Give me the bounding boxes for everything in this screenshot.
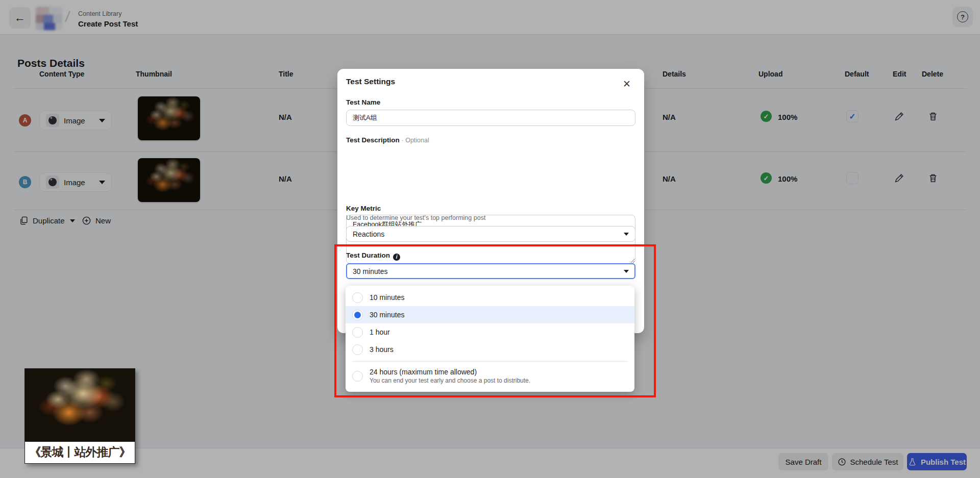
preview-image xyxy=(25,369,135,442)
test-name-label: Test Name xyxy=(346,98,380,106)
test-name-input[interactable] xyxy=(346,110,635,126)
key-metric-label: Key Metric xyxy=(346,205,381,212)
key-metric-select[interactable]: Reactions xyxy=(346,226,635,242)
optional-hint: · Optional xyxy=(402,137,429,144)
key-metric-value: Reactions xyxy=(353,230,384,238)
chevron-down-icon xyxy=(624,233,629,236)
modal-title: Test Settings xyxy=(346,77,395,86)
annotation-red-rectangle xyxy=(334,244,656,397)
preview-caption: 《景城丨站外推广》 xyxy=(25,442,135,462)
close-icon[interactable]: ✕ xyxy=(618,75,635,92)
test-description-label: Test Description · Optional xyxy=(346,136,429,144)
key-metric-help: Used to determine your test's top perfor… xyxy=(346,214,485,221)
post-preview-card: 《景城丨站外推广》 xyxy=(24,368,135,464)
